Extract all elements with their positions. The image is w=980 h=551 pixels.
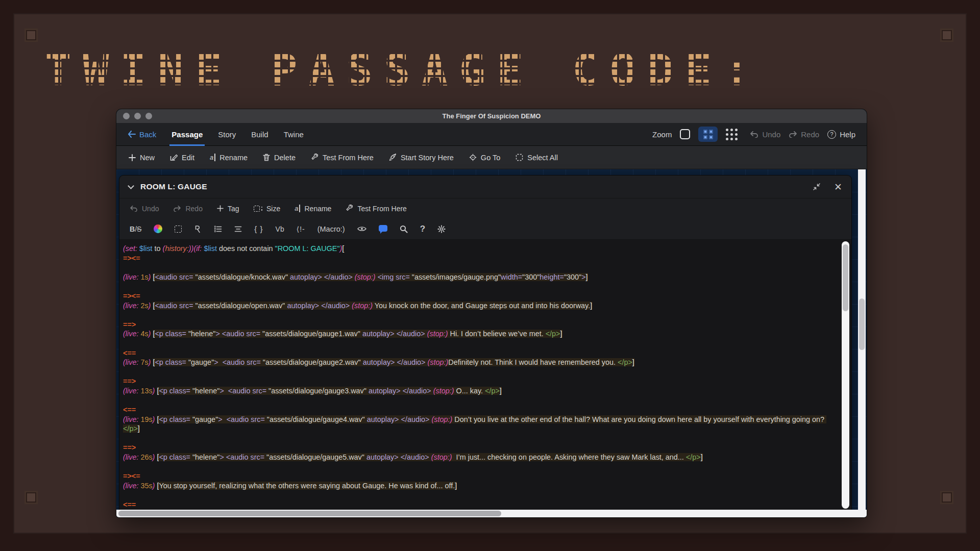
format-toolbar: B/S { } Vb ⟨!- (Macro:) ? <box>119 218 851 240</box>
redo-icon <box>789 131 797 138</box>
main-menubar: Back Passage Story Build Twine Zoom Undo <box>116 123 867 146</box>
help-question-button[interactable]: ? <box>420 224 425 234</box>
editor-scrollbar[interactable] <box>842 241 849 509</box>
test-from-here-button[interactable]: Test From Here <box>311 154 374 162</box>
verbatim-button[interactable]: Vb <box>276 225 284 233</box>
screenshot-stage: TWINE PASSAGE CODE: The Finger Of Suspic… <box>0 0 980 551</box>
window-vertical-scrollbar[interactable] <box>858 169 866 510</box>
plus-icon <box>129 154 136 161</box>
new-button[interactable]: New <box>129 154 155 162</box>
frame-ornament <box>24 491 38 504</box>
color-wheel-icon[interactable] <box>154 224 162 233</box>
collapse-whitespace-button[interactable]: { } <box>254 224 263 233</box>
wrench-icon <box>311 154 318 161</box>
hook-link-icon[interactable] <box>194 225 202 233</box>
window-title: The Finger Of Suspicion DEMO <box>116 112 867 120</box>
selection-box-icon <box>516 154 523 161</box>
add-tag-button[interactable]: Tag <box>217 205 239 213</box>
passage-actions-toolbar: New Edit a Rename Delete Test From Here … <box>116 146 867 169</box>
gear-icon[interactable] <box>437 225 446 233</box>
undo-icon <box>750 131 758 138</box>
pencil-icon <box>170 154 178 161</box>
page-title: TWINE PASSAGE CODE: <box>45 42 862 98</box>
align-center-icon[interactable] <box>234 226 242 233</box>
passage-title: ROOM L: GAUGE <box>140 182 207 191</box>
redo-icon <box>173 206 181 212</box>
story-map-background: ROOM L: GAUGE ✕ Undo Redo <box>116 169 867 517</box>
window-titlebar: The Finger Of Suspicion DEMO <box>116 109 867 123</box>
tab-passage[interactable]: Passage <box>172 123 203 146</box>
passage-editor-panel: ROOM L: GAUGE ✕ Undo Redo <box>119 176 851 511</box>
window-horizontal-scrollbar[interactable] <box>116 510 867 517</box>
help-button[interactable]: ? Help <box>827 130 855 139</box>
target-icon <box>469 154 477 161</box>
zoom-square-button[interactable] <box>680 129 690 139</box>
collapse-icon[interactable] <box>813 183 821 191</box>
code-editor-wrap: (set: $list to (history:))(if: $list doe… <box>119 240 851 511</box>
editor-scrollbar-thumb[interactable] <box>843 244 848 311</box>
border-box-icon[interactable] <box>175 226 182 233</box>
zoom-grid-button-active[interactable] <box>698 127 718 142</box>
size-icon <box>254 206 263 212</box>
wrench-icon <box>346 205 353 212</box>
go-to-button[interactable]: Go To <box>469 154 500 162</box>
comment-bubble-icon[interactable] <box>379 225 387 232</box>
back-button[interactable]: Back <box>128 130 156 139</box>
passage-editor-toolbar: Undo Redo Tag Size a <box>119 198 851 218</box>
start-story-here-button[interactable]: Start Story Here <box>389 154 454 162</box>
select-all-button[interactable]: Select All <box>516 154 558 162</box>
rename-icon: a <box>295 205 300 212</box>
rename-icon: a <box>210 154 215 161</box>
eye-icon[interactable] <box>357 226 366 232</box>
size-button[interactable]: Size <box>254 205 281 213</box>
macro-button[interactable]: (Macro:) <box>317 225 345 233</box>
editor-test-from-here-button[interactable]: Test From Here <box>346 205 406 213</box>
tab-story[interactable]: Story <box>218 123 236 146</box>
numbered-list-icon[interactable] <box>214 226 222 233</box>
zoom-label: Zoom <box>652 130 672 139</box>
close-icon[interactable]: ✕ <box>834 182 842 192</box>
search-icon[interactable] <box>400 225 408 233</box>
delete-button[interactable]: Delete <box>263 154 296 162</box>
rename-button[interactable]: a Rename <box>210 154 248 162</box>
undo-icon <box>130 206 138 212</box>
trash-icon <box>263 154 270 161</box>
editor-rename-button[interactable]: a Rename <box>295 205 331 213</box>
frame-ornament <box>24 29 38 42</box>
edit-button[interactable]: Edit <box>170 154 194 162</box>
code-area[interactable]: (set: $list to (history:))(if: $list doe… <box>119 240 838 511</box>
comment-button[interactable]: ⟨!- <box>297 225 305 233</box>
text-style-button[interactable]: B/S <box>130 225 141 233</box>
tab-build[interactable]: Build <box>251 123 268 146</box>
tab-twine[interactable]: Twine <box>284 123 304 146</box>
help-icon: ? <box>827 130 836 139</box>
rocket-icon <box>389 154 397 161</box>
frame-ornament <box>940 491 953 504</box>
redo-button[interactable]: Redo <box>789 130 819 139</box>
window-vertical-scrollbar-thumb[interactable] <box>859 298 865 349</box>
frame-ornament <box>940 29 953 42</box>
chevron-down-icon[interactable] <box>128 183 134 189</box>
editor-undo-button[interactable]: Undo <box>130 205 159 213</box>
window-horizontal-scrollbar-thumb[interactable] <box>118 511 501 516</box>
passage-editor-header: ROOM L: GAUGE ✕ <box>119 176 851 198</box>
editor-redo-button[interactable]: Redo <box>173 205 202 213</box>
plus-icon <box>217 205 224 212</box>
twine-window: The Finger Of Suspicion DEMO Back Passag… <box>116 109 867 517</box>
back-arrow-icon <box>128 131 136 138</box>
undo-button[interactable]: Undo <box>750 130 780 139</box>
zoom-dots-button[interactable] <box>726 129 738 140</box>
